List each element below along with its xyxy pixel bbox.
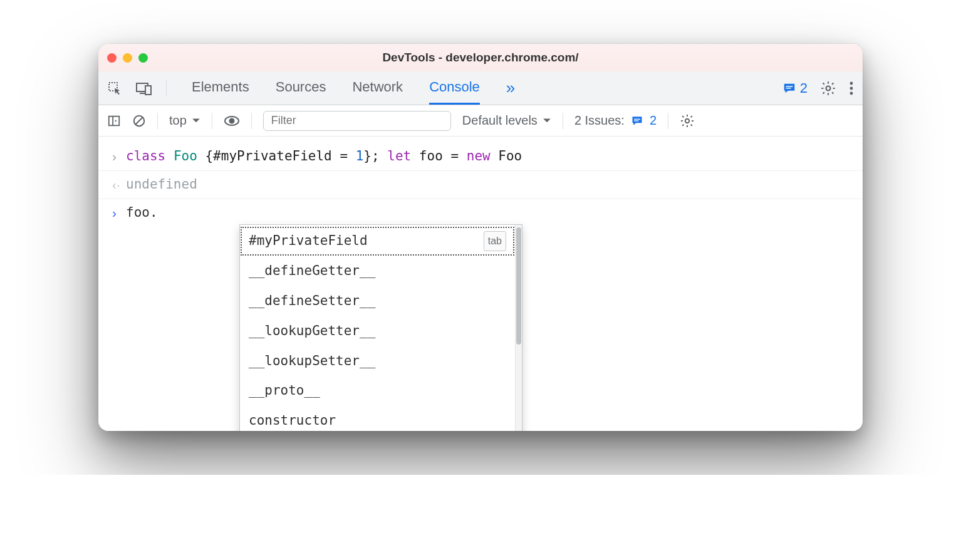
device-toolbar-icon[interactable]: [136, 81, 152, 95]
svg-rect-5: [786, 88, 791, 88]
divider: [166, 80, 167, 96]
minimize-window-icon[interactable]: [123, 53, 132, 63]
dropdown-triangle-icon: [543, 118, 551, 124]
log-levels-dropdown[interactable]: Default levels: [462, 113, 551, 128]
messages-count: 2: [800, 80, 808, 96]
code-token: foo =: [411, 148, 467, 163]
input-chevron-icon: ›: [112, 144, 126, 169]
autocomplete-item[interactable]: constructor: [240, 406, 515, 431]
autocomplete-item-label: __defineGetter__: [249, 259, 375, 284]
svg-point-6: [826, 86, 831, 90]
traffic-lights: [107, 53, 148, 63]
scrollbar-thumb[interactable]: [516, 227, 521, 345]
issues-count: 2: [650, 113, 657, 128]
svg-rect-3: [145, 86, 151, 95]
window-title: DevTools - developer.chrome.com/: [98, 51, 863, 65]
clear-console-icon[interactable]: [132, 114, 146, 128]
autocomplete-item[interactable]: __defineGetter__: [240, 256, 515, 286]
tab-hint: tab: [484, 231, 506, 251]
console-output[interactable]: › class Foo {#myPrivateField = 1}; let f…: [98, 137, 863, 431]
divider: [251, 113, 252, 129]
svg-rect-10: [109, 116, 120, 125]
autocomplete-list: #myPrivateField tab __defineGetter__ __d…: [240, 225, 515, 431]
tabs-overflow-icon[interactable]: »: [506, 78, 515, 98]
svg-line-13: [136, 117, 143, 124]
autocomplete-item[interactable]: __lookupSetter__: [240, 346, 515, 376]
code-token: Foo: [491, 148, 522, 163]
issues-label: 2 Issues:: [574, 113, 625, 128]
inspect-element-icon[interactable]: [107, 81, 122, 96]
kebab-menu-icon[interactable]: [849, 81, 854, 96]
main-tabbar: Elements Sources Network Console » 2: [98, 71, 863, 105]
zoom-window-icon[interactable]: [138, 53, 148, 63]
context-label: top: [169, 113, 187, 128]
code-token: new: [467, 148, 491, 163]
svg-point-8: [850, 86, 853, 90]
autocomplete-item[interactable]: #myPrivateField tab: [240, 226, 515, 256]
tabbar-right-tools: 2: [782, 80, 854, 96]
issues-icon: [631, 115, 643, 127]
tab-sources[interactable]: Sources: [276, 71, 326, 105]
divider: [157, 113, 158, 129]
svg-point-18: [685, 118, 689, 122]
autocomplete-item[interactable]: __proto__: [240, 376, 515, 406]
tabs-container: Elements Sources Network Console »: [192, 71, 515, 105]
tab-network[interactable]: Network: [352, 71, 403, 105]
autocomplete-item-label: __proto__: [249, 378, 320, 403]
svg-rect-17: [634, 120, 639, 121]
titlebar: DevTools - developer.chrome.com/: [98, 44, 863, 71]
live-expression-icon[interactable]: [224, 115, 240, 127]
autocomplete-item-label: __lookupGetter__: [249, 319, 375, 344]
code-token: Foo: [174, 148, 197, 163]
devtools-window: DevTools - developer.chrome.com/ Element…: [98, 44, 863, 431]
autocomplete-item-label: constructor: [249, 408, 336, 431]
svg-rect-4: [786, 86, 792, 86]
autocomplete-item[interactable]: __defineSetter__: [240, 286, 515, 316]
code-token: let: [387, 148, 411, 163]
tab-elements[interactable]: Elements: [192, 71, 249, 105]
messages-icon: [782, 81, 796, 95]
console-toolbar: top Default levels 2 Issues: 2: [98, 105, 863, 137]
divider: [212, 113, 212, 129]
console-settings-icon[interactable]: [680, 113, 695, 128]
levels-label: Default levels: [462, 113, 538, 128]
messages-badge[interactable]: 2: [782, 80, 808, 96]
svg-rect-16: [634, 118, 640, 119]
svg-point-15: [229, 118, 234, 123]
autocomplete-item-label: __defineSetter__: [249, 289, 375, 314]
divider: [563, 113, 563, 129]
code-token: };: [363, 148, 387, 163]
autocomplete-scrollbar[interactable]: [515, 225, 522, 431]
autocomplete-item-label: __lookupSetter__: [249, 349, 375, 374]
prompt-chevron-icon: ›: [112, 200, 126, 226]
console-result-line: ‹· undefined: [98, 170, 863, 199]
code-token: class: [126, 148, 165, 163]
settings-icon[interactable]: [820, 80, 836, 96]
close-window-icon[interactable]: [107, 53, 117, 63]
context-selector[interactable]: top: [169, 113, 200, 128]
autocomplete-popup: #myPrivateField tab __defineGetter__ __d…: [239, 224, 522, 431]
code-token: {#myPrivateField =: [205, 148, 355, 163]
prompt-input[interactable]: foo.: [126, 200, 849, 226]
console-prompt-line[interactable]: › foo.: [98, 199, 863, 227]
divider: [668, 113, 668, 129]
output-chevron-icon: ‹·: [112, 172, 126, 197]
code-token: 1: [356, 148, 364, 163]
filter-input[interactable]: [263, 111, 451, 131]
dropdown-triangle-icon: [192, 118, 200, 124]
issues-badge[interactable]: 2 Issues: 2: [574, 113, 657, 128]
autocomplete-item-label: #myPrivateField: [249, 229, 368, 254]
svg-point-7: [850, 81, 853, 85]
sidebar-toggle-icon[interactable]: [107, 114, 121, 128]
console-history-line: › class Foo {#myPrivateField = 1}; let f…: [98, 143, 863, 170]
result-value: undefined: [126, 172, 849, 197]
tab-console[interactable]: Console: [429, 71, 480, 105]
svg-point-9: [850, 91, 853, 95]
autocomplete-item[interactable]: __lookupGetter__: [240, 316, 515, 346]
